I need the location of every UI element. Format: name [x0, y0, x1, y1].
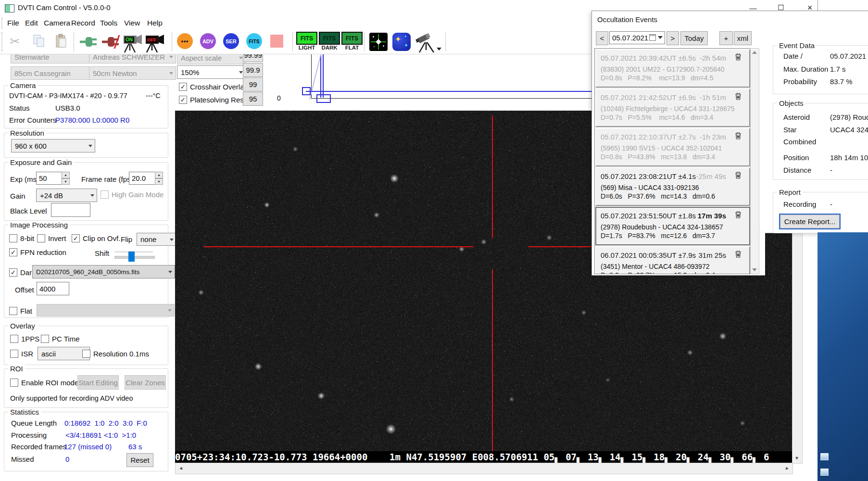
camera-model: DVTI-CAM - P3-IMX174 - #20 - 0.9.77 [9, 92, 127, 100]
trash-icon[interactable] [735, 211, 742, 220]
desktop-icon[interactable] [820, 468, 829, 476]
fps-spinner[interactable]: ▲▼ [155, 172, 163, 185]
disconnect-icon[interactable] [102, 34, 122, 50]
max-duration-label: Max. Duration [783, 65, 828, 73]
event-list-scrollbar[interactable] [750, 48, 759, 274]
platesolve-icon[interactable] [369, 33, 388, 51]
percentile-95-button[interactable]: 95 [243, 92, 263, 106]
menu-file[interactable]: File [7, 19, 19, 27]
next-day-button[interactable]: > [667, 31, 679, 45]
roi-enable-checkbox[interactable]: Enable ROI mode [10, 379, 78, 387]
isr-checkbox[interactable]: ISR [10, 350, 33, 358]
clear-zones-button[interactable]: Clear Zones [125, 375, 166, 390]
xml-button[interactable]: xml [734, 31, 752, 45]
camera-on-icon[interactable]: ON [123, 33, 143, 53]
invert-checkbox[interactable]: Invert [37, 234, 66, 242]
telescope2-select[interactable]: 50cm Newton [89, 66, 176, 80]
trash-icon[interactable] [735, 92, 742, 101]
horizontal-scrollbar[interactable]: ◂ ▸ [175, 463, 793, 474]
night-sky-icon[interactable]: ✦ ✦ [392, 33, 411, 51]
telescope1-select[interactable]: 85cm Cassegrain [11, 66, 96, 80]
exp-input[interactable]: 50 [36, 172, 65, 185]
event-row[interactable]: 05.07.2021 20:39:42UT ±6.5s-2h 54m(83830… [595, 49, 750, 88]
menu-help[interactable]: Help [147, 19, 163, 27]
menu-tools[interactable]: Tools [100, 19, 117, 27]
resolution01ms-checkbox[interactable]: Resolution 0.1ms [82, 350, 149, 358]
event-row[interactable]: 05.07.2021 23:08:21UT ±4.1s-25m 49s(569)… [595, 167, 750, 206]
toolbar-overflow-caret[interactable] [437, 48, 441, 51]
date-dropdown-caret[interactable] [658, 36, 663, 39]
flip-select[interactable]: none [137, 233, 176, 246]
clip-checkbox[interactable]: Clip on Ovf. [72, 234, 120, 242]
flat-checkbox[interactable]: Flat [9, 307, 32, 315]
telescope-icon[interactable] [415, 33, 438, 53]
event-countdown: 17m 39s [698, 212, 726, 220]
cut-icon[interactable]: ✂ [10, 34, 20, 49]
gain-select[interactable]: +24 dB [36, 189, 97, 202]
event-time: 05.07.2021 23:51:50UT ±1.8s [601, 212, 696, 220]
start-editing-button[interactable]: Start Editing [77, 375, 119, 390]
event-countdown: -2h 54m [700, 54, 726, 62]
flat-file-select[interactable] [37, 304, 175, 316]
calendar-icon[interactable] [649, 34, 656, 41]
dark-file-select[interactable]: D20210705_960_24dB_0050ms.fits [32, 265, 175, 278]
add-event-button[interactable]: + [719, 31, 733, 45]
high-gain-checkbox[interactable]: High Gain Mode [101, 190, 164, 199]
exp-spinner[interactable]: ▲▼ [62, 172, 70, 185]
camera-off-icon[interactable]: OFF [145, 33, 165, 53]
stop-icon[interactable] [270, 35, 283, 48]
histogram-range-box[interactable] [316, 94, 331, 103]
fits-dark-button[interactable]: FITS DARK [319, 32, 340, 52]
date-picker[interactable]: 05.07.2021 [609, 31, 665, 44]
fits-record-icon[interactable]: FITS [246, 33, 262, 49]
shift-slider-handle[interactable] [128, 252, 135, 262]
ser-record-icon[interactable]: SER [223, 33, 239, 49]
menu-view[interactable]: View [124, 19, 140, 27]
zoom-select[interactable]: 150% [177, 65, 246, 79]
offset-input[interactable]: 4000 [37, 282, 69, 295]
svg-text:ON: ON [126, 37, 133, 42]
menu-camera[interactable]: Camera [44, 19, 70, 27]
adv-record-icon[interactable]: ADV [200, 33, 216, 49]
resolution-select[interactable]: 960 x 600 [11, 139, 95, 152]
menu-edit[interactable]: Edit [25, 19, 38, 27]
trash-icon[interactable] [735, 132, 742, 141]
reset-button[interactable]: Reset [126, 453, 153, 467]
histogram-level-handle[interactable] [302, 87, 311, 95]
1pps-checkbox[interactable]: 1PPS [10, 335, 39, 343]
scroll-down-icon[interactable] [752, 268, 757, 271]
toolbar-separator [292, 32, 293, 51]
percentile-999-button[interactable]: 99.9 [243, 63, 263, 77]
fpn-checkbox[interactable]: FPN reduction [9, 248, 66, 256]
8bit-checkbox[interactable]: 8-bit [9, 234, 34, 242]
trash-icon[interactable] [735, 171, 742, 180]
shift-slider-track[interactable] [114, 256, 155, 259]
processing-group: Image Processing 8-bit Invert Clip on Ov… [4, 225, 168, 318]
event-row[interactable]: 06.07.2021 00:05:35UT ±7.9s31m 25s(3451)… [595, 246, 750, 274]
fits-flat-button[interactable]: FITS FLAT [341, 32, 363, 52]
rec-options-icon[interactable]: ••• [177, 33, 193, 49]
black-level-input[interactable] [51, 203, 90, 217]
pctime-checkbox[interactable]: PC Time [41, 335, 80, 343]
event-row[interactable]: 05.07.2021 23:51:50UT ±1.8s17m 39s(2978)… [595, 207, 750, 245]
scroll-up-icon[interactable] [752, 51, 757, 54]
today-button[interactable]: Today [680, 31, 708, 45]
paste-icon[interactable] [55, 34, 68, 49]
percentile-99-button[interactable]: 99 [243, 77, 263, 91]
menu-record[interactable]: Record [71, 19, 95, 27]
dark-checkbox[interactable]: Dark [9, 268, 36, 277]
prev-day-button[interactable]: < [596, 31, 608, 45]
platesolving-result-checkbox[interactable]: Platesolving Result [179, 96, 252, 104]
event-row[interactable]: 05.07.2021 22:10:37UT ±2.7s-1h 23m(5965)… [595, 128, 750, 166]
histogram-level-line[interactable] [306, 91, 596, 92]
event-stats: D=1.7s P=83.7% mc=12.6 dm=3.7 [601, 232, 745, 240]
connect-icon[interactable] [80, 35, 99, 49]
crosshair-overlay-checkbox[interactable]: Crosshair Overlay [179, 83, 248, 91]
trash-icon[interactable] [735, 53, 742, 62]
fits-light-button[interactable]: FITS LIGHT [296, 32, 317, 52]
copy-icon[interactable] [33, 34, 46, 49]
event-row[interactable]: 05.07.2021 21:42:52UT ±6.9s-1h 51m(10248… [595, 89, 750, 127]
desktop-icon[interactable] [820, 453, 829, 460]
trash-icon[interactable] [735, 250, 742, 259]
create-report-button[interactable]: Create Report... [780, 215, 840, 228]
